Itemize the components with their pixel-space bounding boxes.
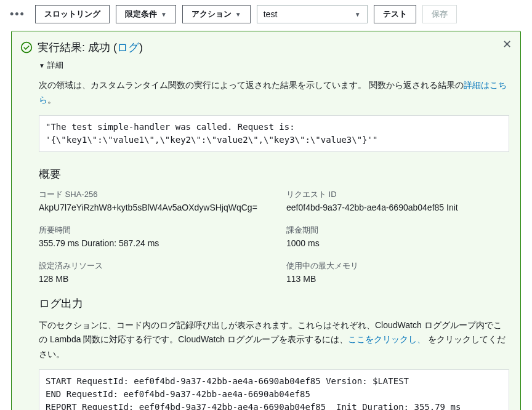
function-output-box: "The test simple-handler was called. Req…	[39, 115, 509, 152]
max-mem-value: 113 MB	[286, 274, 509, 284]
save-button-label: 保存	[432, 9, 448, 20]
log-description: 下のセクションに、コード内のログ記録呼び出しが表示されます。これらはそれぞれ、C…	[39, 318, 509, 362]
log-heading: ログ出力	[39, 296, 509, 311]
kv-duration: 所要時間 355.79 ms Duration: 587.24 ms	[39, 225, 262, 248]
result-panel: ✕ 実行結果: 成功 (ログ) ▼詳細 次の領域は、カスタムランタイム関数の実行…	[11, 31, 521, 410]
duration-label: 所要時間	[39, 225, 262, 236]
summary-suffix: 。	[47, 95, 56, 105]
kv-max-mem: 使用中の最大メモリ 113 MB	[286, 260, 509, 284]
qualifiers-dropdown[interactable]: 限定条件 ▼	[116, 5, 176, 23]
billed-value: 1000 ms	[286, 238, 509, 248]
resources-label: 設定済みリソース	[39, 260, 262, 271]
test-button-label: テスト	[383, 9, 407, 20]
sha-label: コード SHA-256	[39, 189, 262, 200]
toolbar: ••• スロットリング 限定条件 ▼ アクション ▼ test ▼ テスト 保存	[0, 0, 532, 31]
chevron-down-icon: ▼	[235, 11, 241, 18]
resources-value: 128 MB	[39, 274, 262, 284]
kv-request-id: リクエスト ID eef0f4bd-9a37-42bb-ae4a-6690ab0…	[286, 189, 509, 212]
test-button[interactable]: テスト	[374, 5, 416, 23]
cloudwatch-link[interactable]: ここをクリックし、	[348, 334, 425, 344]
max-mem-label: 使用中の最大メモリ	[286, 260, 509, 271]
actions-dropdown[interactable]: アクション ▼	[182, 5, 251, 23]
qualifiers-label: 限定条件	[125, 9, 157, 20]
result-title-prefix: 実行結果: 成功 (	[38, 41, 117, 54]
details-label: 詳細	[47, 60, 63, 70]
kv-resources: 設定済みリソース 128 MB	[39, 260, 262, 284]
actions-label: アクション	[191, 9, 232, 20]
request-id-value: eef0f4bd-9a37-42bb-ae4a-6690ab04ef85 Ini…	[286, 203, 509, 212]
success-check-icon	[20, 41, 33, 54]
chevron-down-icon: ▼	[355, 11, 361, 18]
kv-sha: コード SHA-256 AkpU7l7eYiRzhW8+kytb5sBlW4Av…	[39, 189, 262, 212]
kv-billed: 課金期間 1000 ms	[286, 225, 509, 248]
request-id-label: リクエスト ID	[286, 189, 509, 200]
result-header: 実行結果: 成功 (ログ)	[20, 40, 509, 55]
chevron-down-icon: ▼	[39, 62, 45, 69]
details-toggle[interactable]: ▼詳細	[39, 60, 509, 71]
billed-label: 課金期間	[286, 225, 509, 236]
overview-heading: 概要	[39, 167, 509, 182]
throttling-label: スロットリング	[44, 9, 100, 20]
svg-point-0	[22, 42, 32, 53]
throttling-button[interactable]: スロットリング	[35, 5, 110, 23]
log-link[interactable]: ログ	[117, 41, 139, 54]
result-title: 実行結果: 成功 (ログ)	[38, 40, 143, 55]
chevron-down-icon: ▼	[161, 11, 167, 18]
summary-prefix: 次の領域は、カスタムランタイム関数の実行によって返された結果を示しています。 関…	[39, 80, 464, 90]
duration-value: 355.79 ms Duration: 587.24 ms	[39, 238, 262, 248]
test-event-select[interactable]: test ▼	[257, 5, 368, 23]
overview-grid: コード SHA-256 AkpU7l7eYiRzhW8+kytb5sBlW4Av…	[39, 189, 509, 284]
save-button: 保存	[422, 5, 457, 23]
test-event-selected: test	[264, 9, 278, 19]
result-summary-text: 次の領域は、カスタムランタイム関数の実行によって返された結果を示しています。 関…	[39, 78, 509, 108]
log-output-box: START RequestId: eef0f4bd-9a37-42bb-ae4a…	[39, 369, 509, 410]
sha-value: AkpU7l7eYiRzhW8+kytb5sBlW4Av5aOXdywSHjqW…	[39, 203, 262, 212]
result-title-suffix: )	[139, 41, 143, 54]
close-icon[interactable]: ✕	[502, 38, 512, 51]
more-icon[interactable]: •••	[6, 8, 29, 21]
